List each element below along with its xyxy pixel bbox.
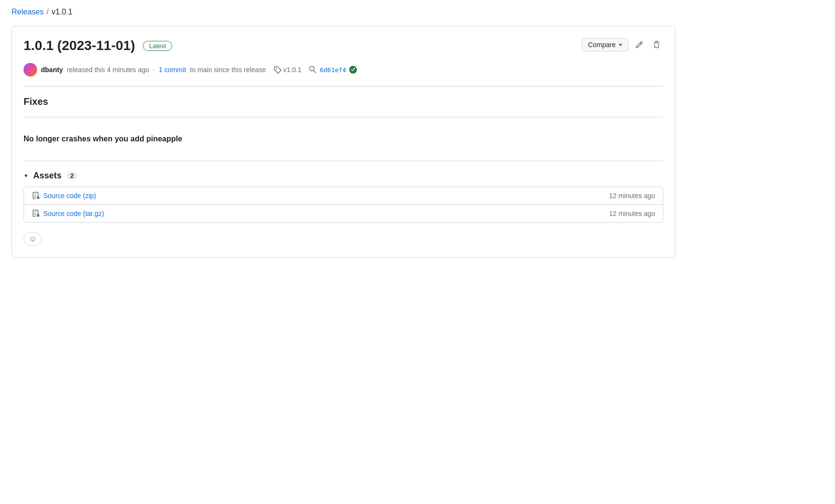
tag-value: v1.0.1 [283,66,302,74]
divider-2 [24,117,663,117]
breadcrumb: Releases / v1.0.1 [12,8,823,16]
assets-header[interactable]: ▼ Assets 2 [24,171,663,181]
targz-icon [32,210,39,217]
delete-button[interactable] [650,38,663,51]
latest-badge: Latest [143,41,172,51]
commits-suffix: to main since this release [190,66,266,74]
asset-left: Source code (tar.gz) [32,210,104,217]
asset-targz-format: (tar.gz) [83,210,104,217]
trash-icon [653,41,660,49]
emoji-reaction-button[interactable]: ☺ [24,232,42,246]
release-body: No longer crashes when you add pineapple [24,127,663,151]
compare-label: Compare [588,41,616,49]
tag-section: v1.0.1 [274,66,302,74]
breadcrumb-current: v1.0.1 [51,8,73,16]
avatar-image [24,63,37,76]
asset-zip-format: (zip) [83,192,96,200]
asset-left: Source code (zip) [32,192,96,200]
asset-row: Source code (tar.gz) 12 minutes ago [24,205,663,222]
key-icon [309,66,317,74]
assets-label: Assets [33,171,62,181]
check-circle-icon [349,66,357,74]
asset-targz-name: Source code [43,210,81,217]
released-ago: released this 4 minutes ago [67,66,149,74]
release-meta: dbanty released this 4 minutes ago · 1 c… [24,63,663,76]
asset-targz-time: 12 minutes ago [609,210,655,217]
release-card: 1.0.1 (2023-11-01) Latest Compare [12,26,675,258]
asset-targz-link[interactable]: Source code (tar.gz) [43,210,104,217]
release-header: 1.0.1 (2023-11-01) Latest Compare [24,38,663,53]
tag-icon [274,66,281,74]
commits-link[interactable]: 1 commit [159,66,186,74]
avatar [24,63,37,76]
asset-row: Source code (zip) 12 minutes ago [24,187,663,205]
pencil-icon [635,41,643,49]
commit-section: 6d61ef4 [309,66,357,74]
release-actions: Compare [582,38,663,51]
emoji-icon: ☺ [29,235,37,243]
releases-link[interactable]: Releases [12,8,44,16]
asset-zip-name: Source code [43,192,81,200]
section-title: Fixes [24,96,663,107]
zip-icon [32,192,39,200]
commit-hash-link[interactable]: 6d61ef4 [320,66,346,74]
edit-button[interactable] [633,38,646,51]
meta-dot: · [153,66,155,74]
breadcrumb-separator: / [47,8,49,16]
triangle-icon: ▼ [24,173,28,178]
fixes-section: Fixes [24,96,663,107]
author-link[interactable]: dbanty [41,66,63,74]
assets-count: 2 [66,172,77,180]
chevron-down-icon [619,44,622,46]
compare-button[interactable]: Compare [582,38,629,51]
release-title-row: 1.0.1 (2023-11-01) Latest [24,38,172,53]
asset-zip-time: 12 minutes ago [609,192,655,200]
release-title: 1.0.1 (2023-11-01) [24,38,135,53]
divider-1 [24,86,663,87]
divider-3 [24,161,663,161]
assets-list: Source code (zip) 12 minutes ago Source … [24,187,663,223]
assets-section: ▼ Assets 2 Source code (zip) 12 minutes … [24,171,663,223]
asset-zip-link[interactable]: Source code (zip) [43,192,96,200]
